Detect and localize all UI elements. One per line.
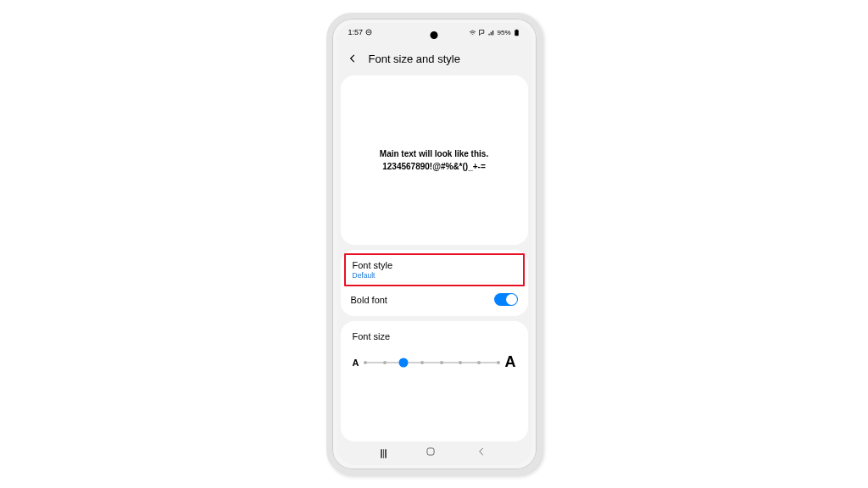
page-title: Font size and style (369, 53, 460, 65)
nav-back-button[interactable] (476, 446, 487, 461)
bold-font-label: Bold font (351, 295, 387, 305)
svg-rect-3 (515, 29, 517, 30)
slider-step-dot (440, 361, 443, 364)
font-preview-card: Main text will look like this. 123456789… (341, 75, 528, 245)
large-a-icon: A (505, 353, 516, 371)
status-time: 1:57 (348, 28, 364, 36)
slider-step-dot (459, 361, 462, 364)
slider-step-dot (477, 361, 481, 364)
font-size-label: Font size (353, 331, 516, 341)
back-button[interactable] (347, 53, 359, 64)
font-style-value: Default (353, 271, 393, 280)
bold-font-row[interactable]: Bold font (341, 286, 528, 313)
chevron-left-icon (347, 53, 359, 64)
signal-icon (487, 29, 495, 36)
font-size-card: Font size A A (341, 321, 528, 441)
nav-home-button[interactable] (425, 446, 437, 461)
content: Main text will look like this. 123456789… (337, 75, 532, 441)
home-icon (425, 446, 437, 458)
slider-step-dot (420, 361, 424, 364)
font-style-label: Font style (353, 260, 393, 270)
power-button (537, 158, 539, 188)
wifi-icon (469, 29, 476, 36)
volume-button (537, 99, 539, 146)
font-style-row[interactable]: Font style Default (344, 253, 525, 286)
small-a-icon: A (353, 358, 359, 368)
bold-font-toggle[interactable] (494, 293, 518, 306)
battery-icon (513, 29, 520, 36)
phone-frame: 1:57 95% Font size and style Main text w… (326, 13, 542, 475)
chevron-left-icon (476, 446, 487, 458)
front-camera (431, 31, 438, 39)
nav-recents-button[interactable] (381, 449, 387, 458)
navigation-bar (337, 441, 532, 465)
slider-step-dot (364, 361, 367, 364)
svg-rect-2 (515, 30, 519, 36)
preview-text-line2: 1234567890!@#%&*()_+-= (382, 160, 486, 173)
battery-percent: 95% (497, 29, 510, 36)
page-header: Font size and style (337, 42, 532, 75)
slider-step-dot (383, 361, 387, 364)
font-size-slider[interactable] (365, 362, 498, 363)
do-not-disturb-icon (365, 29, 372, 36)
settings-card: Font style Default Bold font (341, 250, 528, 316)
slider-step-dot (497, 361, 500, 364)
svg-rect-4 (427, 448, 434, 455)
phone-screen: 1:57 95% Font size and style Main text w… (337, 23, 532, 465)
slider-thumb[interactable] (399, 358, 409, 367)
preview-text-line1: Main text will look like this. (380, 147, 488, 160)
font-size-slider-row: A A (353, 353, 516, 371)
volte-icon (478, 29, 486, 36)
